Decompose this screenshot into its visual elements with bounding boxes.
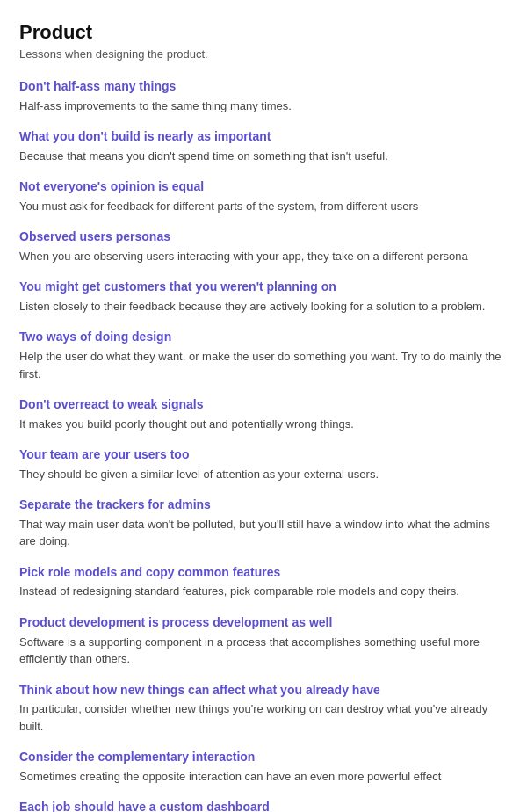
item-title: Your team are your users too bbox=[19, 446, 508, 464]
item-desc: Help the user do what they want, or make… bbox=[19, 348, 508, 382]
list-item: What you don't build is nearly as import… bbox=[19, 128, 508, 164]
item-title: Product development is process developme… bbox=[19, 614, 508, 632]
list-item: Not everyone's opinion is equalYou must … bbox=[19, 178, 508, 214]
item-desc: You must ask for feedback for different … bbox=[19, 198, 508, 215]
list-item: You might get customers that you weren't… bbox=[19, 279, 508, 315]
page-subtitle: Lessons when designing the product. bbox=[19, 47, 508, 61]
list-item: Pick role models and copy common feature… bbox=[19, 564, 508, 600]
item-title: What you don't build is nearly as import… bbox=[19, 128, 508, 146]
item-desc: Because that means you didn't spend time… bbox=[19, 148, 508, 165]
item-desc: In particular, consider whether new thin… bbox=[19, 700, 508, 735]
items-list: Don't half-ass many thingsHalf-ass impro… bbox=[19, 78, 508, 812]
item-desc: Half-ass improvements to the same thing … bbox=[19, 98, 508, 115]
item-title: You might get customers that you weren't… bbox=[19, 279, 508, 296]
item-title: Separate the trackers for admins bbox=[19, 497, 508, 514]
list-item: Separate the trackers for adminsThat way… bbox=[19, 497, 508, 550]
item-desc: Instead of redesigning standard features… bbox=[19, 583, 508, 600]
list-item: Observed users personasWhen you are obse… bbox=[19, 228, 508, 265]
list-item: Each job should have a custom dashboardT… bbox=[19, 799, 508, 812]
item-title: Observed users personas bbox=[19, 228, 508, 246]
list-item: Think about how new things can affect wh… bbox=[19, 682, 508, 736]
item-title: Each job should have a custom dashboard bbox=[19, 799, 508, 812]
item-desc: Listen closely to their feedback because… bbox=[19, 298, 508, 315]
list-item: Product development is process developme… bbox=[19, 614, 508, 668]
list-item: Consider the complementary interactionSo… bbox=[19, 749, 508, 785]
item-desc: That way main user data won't be pollute… bbox=[19, 516, 508, 550]
item-title: Consider the complementary interaction bbox=[19, 749, 508, 766]
list-item: Two ways of doing designHelp the user do… bbox=[19, 329, 508, 382]
item-desc: They should be given a similar level of … bbox=[19, 466, 508, 483]
item-title: Two ways of doing design bbox=[19, 329, 508, 346]
item-title: Don't overreact to weak signals bbox=[19, 396, 508, 414]
page-title: Product bbox=[19, 21, 508, 44]
item-desc: Software is a supporting component in a … bbox=[19, 634, 508, 668]
item-title: Think about how new things can affect wh… bbox=[19, 682, 508, 700]
list-item: Your team are your users tooThey should … bbox=[19, 446, 508, 482]
list-item: Don't half-ass many thingsHalf-ass impro… bbox=[19, 78, 508, 114]
item-desc: When you are observing users interacting… bbox=[19, 248, 508, 265]
item-desc: Sometimes creating the opposite interact… bbox=[19, 768, 508, 786]
item-title: Don't half-ass many things bbox=[19, 78, 508, 96]
item-desc: It makes you build poorly thought out an… bbox=[19, 416, 508, 433]
list-item: Don't overreact to weak signalsIt makes … bbox=[19, 396, 508, 432]
item-title: Pick role models and copy common feature… bbox=[19, 564, 508, 582]
item-title: Not everyone's opinion is equal bbox=[19, 178, 508, 196]
